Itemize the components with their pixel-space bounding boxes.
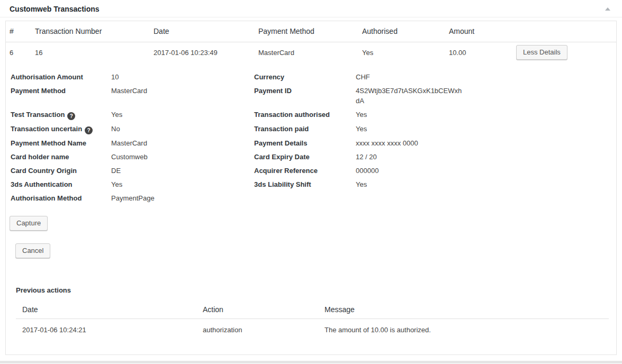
- detail-row: Authorisation Method PaymentPage: [11, 193, 616, 203]
- detail-value: Yes: [356, 110, 616, 120]
- previous-actions-table: Date Action Message 2017-01-06 10:24:21 …: [16, 301, 609, 334]
- detail-row: Payment Method MasterCard Payment ID 4S2…: [11, 86, 616, 106]
- col-header-index: #: [6, 21, 31, 42]
- transaction-date: 2017-01-06 10:23:49: [150, 42, 255, 63]
- detail-value-payment-id: 4S2Wtjb3E7d7tASKGxK1bCEWxhdA: [356, 86, 464, 106]
- transaction-authorised: Yes: [358, 42, 445, 63]
- detail-label: Authorisation Method: [11, 193, 111, 203]
- detail-label: Transaction paid: [254, 124, 356, 134]
- transaction-payment-method: MasterCard: [255, 42, 358, 63]
- detail-label: 3ds Authentication: [11, 179, 111, 189]
- detail-row: Authorisation Amount 10 Currency CHF: [11, 72, 616, 82]
- transactions-panel: # Transaction Number Date Payment Method…: [5, 21, 617, 355]
- capture-button[interactable]: Capture: [10, 216, 48, 231]
- detail-row: 3ds Authentication Yes 3ds Liability Shi…: [11, 179, 616, 189]
- detail-label: Payment Method Name: [11, 138, 111, 148]
- help-icon[interactable]: ?: [85, 126, 93, 134]
- col-header-payment-method: Payment Method: [255, 21, 358, 42]
- detail-value: No: [111, 124, 254, 134]
- col-header-transaction-number: Transaction Number: [31, 21, 150, 42]
- col-header-actions: [512, 21, 616, 42]
- transaction-index: 6: [6, 42, 31, 63]
- page-title: Customweb Transactions: [0, 0, 622, 14]
- transaction-row: 6 16 2017-01-06 10:23:49 MasterCard Yes …: [6, 42, 616, 63]
- chevron-up-icon: [605, 7, 610, 11]
- detail-value: 000000: [356, 166, 616, 176]
- col-header-amount: Amount: [445, 21, 512, 42]
- detail-label: Currency: [254, 72, 356, 82]
- transactions-table: # Transaction Number Date Payment Method…: [6, 21, 616, 63]
- detail-row: Transaction uncertain? No Transaction pa…: [11, 124, 616, 134]
- detail-label-text: Test Transaction: [11, 111, 65, 119]
- detail-value: Yes: [356, 179, 616, 189]
- detail-label: Payment Details: [254, 138, 356, 148]
- previous-action-type: authorization: [196, 319, 318, 334]
- customweb-transactions-metabox: Customweb Transactions # Transaction Num…: [0, 0, 622, 363]
- detail-value: DE: [111, 166, 254, 176]
- previous-actions-header-row: Date Action Message: [16, 301, 609, 319]
- previous-action-row: 2017-01-06 10:24:21 authorization The am…: [16, 319, 609, 334]
- detail-row: Test Transaction? Yes Transaction author…: [11, 110, 616, 120]
- detail-value: Yes: [111, 179, 254, 189]
- col-header-authorised: Authorised: [358, 21, 445, 42]
- detail-label: Transaction uncertain?: [11, 124, 111, 134]
- previous-actions-title: Previous actions: [16, 286, 616, 294]
- detail-value: Customweb: [111, 152, 254, 162]
- previous-action-date: 2017-01-06 10:24:21: [16, 319, 196, 334]
- detail-value: 12 / 20: [356, 152, 616, 162]
- detail-label: Payment ID: [254, 86, 356, 96]
- detail-label: 3ds Liability Shift: [254, 179, 356, 189]
- detail-label: Transaction authorised: [254, 110, 356, 120]
- transaction-details: Authorisation Amount 10 Currency CHF Pay…: [11, 72, 616, 203]
- detail-label: Authorisation Amount: [11, 72, 111, 82]
- col-header-prev-message: Message: [318, 301, 609, 319]
- detail-row: Card holder name Customweb Card Expiry D…: [11, 152, 616, 162]
- col-header-prev-action: Action: [196, 301, 318, 319]
- detail-value: PaymentPage: [111, 193, 254, 203]
- detail-label: Card Country Origin: [11, 166, 111, 176]
- detail-value: Yes: [111, 110, 254, 120]
- next-section-edge: [0, 361, 622, 363]
- transaction-amount: 10.00: [445, 42, 512, 63]
- detail-label: Acquirer Reference: [254, 166, 356, 176]
- cancel-button[interactable]: Cancel: [15, 243, 50, 258]
- detail-label: Test Transaction?: [11, 110, 111, 120]
- previous-action-message: The amount of 10.00 is authorized.: [318, 319, 609, 334]
- detail-row: Card Country Origin DE Acquirer Referenc…: [11, 166, 616, 176]
- metabox-header: Customweb Transactions: [0, 0, 622, 17]
- detail-label: Payment Method: [11, 86, 111, 96]
- detail-value: MasterCard: [111, 86, 254, 96]
- detail-value: Yes: [356, 124, 616, 134]
- detail-value: 10: [111, 72, 254, 82]
- detail-label: Card Expiry Date: [254, 152, 356, 162]
- help-icon[interactable]: ?: [67, 112, 75, 120]
- detail-value: MasterCard: [111, 138, 254, 148]
- detail-row: Payment Method Name MasterCard Payment D…: [11, 138, 616, 148]
- col-header-date: Date: [150, 21, 255, 42]
- transactions-table-header-row: # Transaction Number Date Payment Method…: [6, 21, 616, 42]
- detail-label: Card holder name: [11, 152, 111, 162]
- detail-label-text: Transaction uncertain: [11, 125, 82, 133]
- detail-value: xxxx xxxx xxxx 0000: [356, 138, 616, 148]
- transaction-number: 16: [31, 42, 150, 63]
- col-header-prev-date: Date: [16, 301, 196, 319]
- less-details-button[interactable]: Less Details: [516, 45, 567, 60]
- detail-value: CHF: [356, 72, 616, 82]
- collapse-toggle-button[interactable]: [603, 4, 612, 14]
